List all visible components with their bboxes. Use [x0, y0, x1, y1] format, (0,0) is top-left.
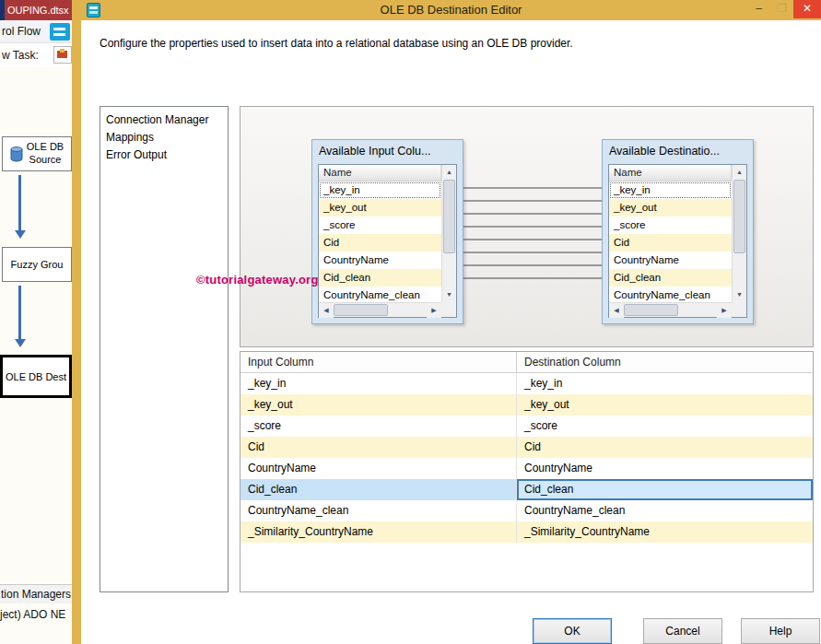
scrollbar-corner — [732, 302, 746, 317]
input-column-row[interactable]: _key_in — [319, 181, 441, 199]
mapping-input-cell[interactable]: _key_in — [240, 373, 517, 394]
vertical-scrollbar[interactable]: ▲ ▼ — [441, 165, 456, 302]
data-flow-arrow — [18, 286, 21, 339]
ole-db-destination-editor-dialog: OLE DB Destination Editor – ❐ ✕ Configur… — [81, 0, 821, 644]
mapping-row-selected[interactable]: Cid_clean Cid_clean — [240, 479, 813, 500]
destination-column-row[interactable]: Cid_clean — [609, 269, 732, 287]
dialog-titlebar[interactable]: OLE DB Destination Editor – ❐ ✕ — [81, 0, 821, 20]
mapping-lines — [463, 179, 602, 299]
cancel-button[interactable]: Cancel — [643, 618, 722, 644]
watermark: ©tutorialgateway.org — [196, 273, 319, 287]
mapping-destination-cell[interactable]: CountryName_clean — [517, 500, 813, 521]
scrollbar-thumb[interactable] — [733, 180, 745, 253]
scroll-right-icon[interactable]: ▶ — [427, 303, 441, 318]
mapping-input-cell[interactable]: CountryName — [240, 458, 517, 479]
mapping-destination-cell[interactable]: Cid — [517, 437, 813, 458]
scrollbar-track[interactable] — [442, 180, 456, 287]
scroll-left-icon[interactable]: ◀ — [319, 303, 334, 318]
mapping-table-header: Input Column Destination Column — [240, 352, 813, 373]
destination-name-column-header[interactable]: Name — [609, 165, 732, 181]
scrollbar-track[interactable] — [624, 303, 717, 317]
maximize-button[interactable]: ❐ — [770, 0, 793, 18]
scroll-down-icon[interactable]: ▼ — [733, 287, 746, 302]
destination-column-row[interactable]: Cid — [609, 234, 732, 252]
connection-manager-item[interactable]: ject) ADO NE — [0, 608, 65, 621]
mapping-destination-cell[interactable]: _key_out — [517, 394, 813, 416]
mapping-destination-cell[interactable]: _Similarity_CountryName — [517, 521, 813, 543]
database-icon — [10, 146, 23, 162]
destination-column-row[interactable]: CountryName_clean — [609, 287, 732, 302]
fuzzy-grouping-box[interactable]: Fuzzy Grou — [2, 247, 72, 282]
mapping-row[interactable]: _score _score — [240, 416, 813, 437]
ole-db-source-box[interactable]: OLE DB Source — [2, 136, 72, 171]
mapping-row[interactable]: CountryName CountryName — [240, 458, 813, 479]
vs-document-tab[interactable]: OUPING.dtsx [D — [5, 0, 81, 20]
input-name-column-header[interactable]: Name — [319, 165, 441, 181]
scrollbar-thumb[interactable] — [443, 180, 455, 253]
destination-column-row[interactable]: _key_in — [609, 181, 732, 199]
mapping-input-cell[interactable]: _Similarity_CountryName — [240, 521, 517, 543]
destination-column-row[interactable]: _score — [609, 217, 732, 234]
input-column-row[interactable]: CountryName — [319, 252, 441, 269]
mapping-destination-cell[interactable]: CountryName — [517, 458, 813, 479]
mapping-destination-cell[interactable]: _key_in — [517, 373, 813, 394]
input-column-row[interactable]: Cid — [319, 234, 441, 252]
available-destination-columns-box[interactable]: Available Destinatio... Name _key_in _ke… — [602, 139, 754, 324]
input-column-row[interactable]: Cid_clean — [319, 269, 441, 287]
vs-designer-tab-strip: rol Flow — [0, 20, 81, 43]
input-column-row[interactable]: CountryName_clean — [319, 287, 441, 302]
mapping-table: Input Column Destination Column _key_in … — [240, 351, 814, 592]
horizontal-scrollbar[interactable]: ◀ ▶ — [609, 302, 732, 317]
close-button[interactable]: ✕ — [793, 0, 821, 18]
mapping-input-cell[interactable]: _score — [240, 416, 517, 437]
mapping-row[interactable]: Cid Cid — [240, 437, 813, 458]
scroll-right-icon[interactable]: ▶ — [717, 303, 732, 318]
horizontal-scrollbar[interactable]: ◀ ▶ — [319, 302, 441, 317]
mapping-input-cell[interactable]: Cid_clean — [240, 479, 517, 500]
fuzzy-grouping-label: Fuzzy Grou — [11, 259, 64, 270]
scrollbar-thumb[interactable] — [624, 304, 678, 316]
scroll-up-icon[interactable]: ▲ — [733, 165, 746, 180]
mapping-row[interactable]: _key_in _key_in — [240, 373, 813, 394]
input-column-header[interactable]: Input Column — [240, 352, 517, 372]
nav-item-mappings[interactable]: Mappings — [100, 129, 228, 146]
nav-item-error-output[interactable]: Error Output — [100, 146, 228, 164]
scrollbar-thumb[interactable] — [334, 304, 388, 316]
mapping-input-cell[interactable]: CountryName_clean — [240, 500, 517, 521]
help-button[interactable]: Help — [741, 618, 820, 644]
control-flow-tab-label[interactable]: rol Flow — [2, 25, 41, 38]
scrollbar-corner — [441, 302, 456, 317]
input-columns-list: Name _key_in _key_out _score Cid Country… — [318, 164, 457, 318]
ole-db-destination-label: OLE DB Dest — [6, 371, 66, 382]
scroll-up-icon[interactable]: ▲ — [442, 165, 456, 180]
mapping-destination-cell[interactable]: _score — [517, 416, 813, 437]
dialog-description: Configure the properties used to insert … — [100, 37, 781, 50]
available-input-columns-box[interactable]: Available Input Colu... Name _key_in _ke… — [311, 139, 463, 324]
ok-button[interactable]: OK — [533, 618, 612, 644]
nav-item-connection-manager[interactable]: Connection Manager — [100, 111, 228, 129]
mapping-destination-cell[interactable]: Cid_clean — [517, 479, 813, 500]
ole-db-destination-box[interactable]: OLE DB Dest — [0, 355, 72, 398]
destination-column-header[interactable]: Destination Column — [517, 352, 813, 372]
destination-column-row[interactable]: _key_out — [609, 199, 732, 217]
pages-list: Connection Manager Mappings Error Output — [100, 106, 229, 592]
input-column-row[interactable]: _key_out — [319, 199, 441, 217]
vertical-scrollbar[interactable]: ▲ ▼ — [732, 165, 746, 302]
mapping-row[interactable]: _key_out _key_out — [240, 394, 813, 416]
scroll-left-icon[interactable]: ◀ — [609, 303, 624, 318]
mapping-input-cell[interactable]: Cid — [240, 437, 517, 458]
dialog-title: OLE DB Destination Editor — [81, 0, 821, 20]
scrollbar-track[interactable] — [733, 180, 746, 287]
connection-managers-panel-label[interactable]: tion Managers — [0, 584, 81, 603]
mapping-row[interactable]: CountryName_clean CountryName_clean — [240, 500, 813, 521]
input-column-row[interactable]: _score — [319, 217, 441, 234]
destination-column-row[interactable]: CountryName — [609, 252, 732, 269]
scroll-down-icon[interactable]: ▼ — [442, 287, 456, 302]
mapping-row[interactable]: _Similarity_CountryName _Similarity_Coun… — [240, 521, 813, 543]
background-vs-window: OUPING.dtsx [D rol Flow w Task: OLE DB S… — [0, 0, 81, 644]
mapping-input-cell[interactable]: _key_out — [240, 394, 517, 416]
minimize-button[interactable]: – — [747, 0, 770, 18]
scrollbar-track[interactable] — [334, 303, 427, 317]
variables-icon[interactable] — [50, 23, 70, 41]
package-icon[interactable] — [53, 46, 72, 64]
